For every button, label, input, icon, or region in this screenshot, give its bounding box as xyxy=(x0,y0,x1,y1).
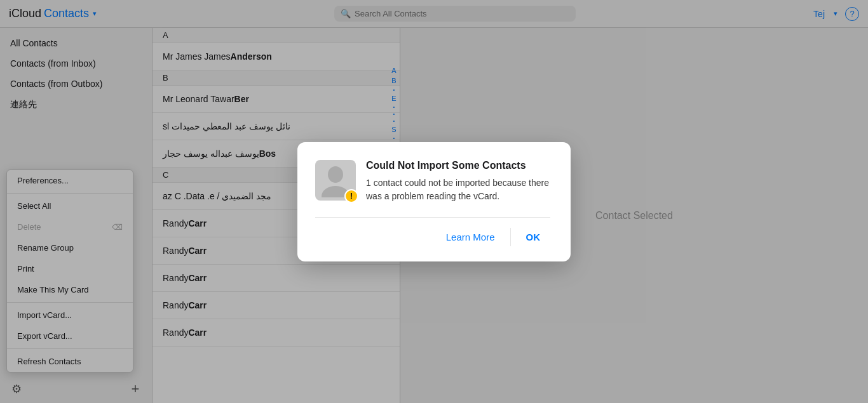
modal-text: Could Not Import Some Contacts 1 contact… xyxy=(366,160,550,203)
svg-point-0 xyxy=(328,166,343,183)
modal-content: ! Could Not Import Some Contacts 1 conta… xyxy=(315,160,550,203)
modal-actions: Learn More OK xyxy=(315,217,550,246)
modal-overlay: ! Could Not Import Some Contacts 1 conta… xyxy=(0,0,868,403)
modal-title: Could Not Import Some Contacts xyxy=(366,160,550,171)
modal-icon-area: ! xyxy=(315,160,356,201)
ok-button[interactable]: OK xyxy=(516,228,551,246)
modal-dialog: ! Could Not Import Some Contacts 1 conta… xyxy=(297,142,571,261)
learn-more-button[interactable]: Learn More xyxy=(436,228,505,246)
modal-body: 1 contact could not be imported because … xyxy=(366,176,550,203)
warning-badge: ! xyxy=(344,189,358,203)
modal-action-separator xyxy=(510,228,511,246)
